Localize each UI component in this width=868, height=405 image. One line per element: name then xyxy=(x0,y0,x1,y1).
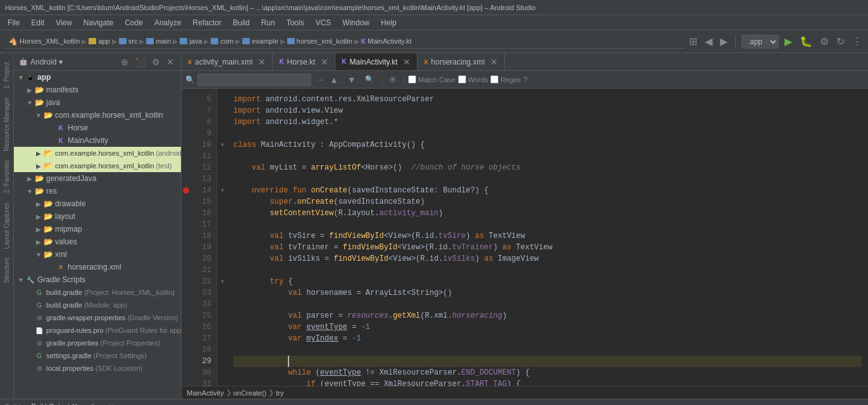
match-case-checkbox[interactable] xyxy=(408,75,416,84)
regex-checkbox[interactable] xyxy=(490,75,499,84)
tree-item-res[interactable]: ▼ 📂 res xyxy=(14,185,181,197)
menu-file[interactable]: File xyxy=(3,17,25,28)
words-option[interactable]: Words xyxy=(458,75,488,84)
debug-button[interactable]: 🐛 xyxy=(798,34,814,49)
tree-item-local-props[interactable]: ▶ ⚙ local.properties (SDK Location) xyxy=(14,362,181,375)
breadcrumb-example[interactable]: example xyxy=(252,37,278,45)
tab-mainactivity[interactable]: K MainActivity.kt ✕ xyxy=(335,53,418,71)
tab-activity-main-close[interactable]: ✕ xyxy=(258,57,266,67)
search-help-icon[interactable]: ? xyxy=(523,75,528,84)
menu-help[interactable]: Help xyxy=(376,17,402,28)
menu-code[interactable]: Code xyxy=(120,17,148,28)
menu-window[interactable]: Window xyxy=(337,17,375,28)
tree-item-gradle-props[interactable]: ▶ ⚙ gradle.properties (Project Propertie… xyxy=(14,337,181,349)
close-panel-btn[interactable]: ✕ xyxy=(164,57,176,67)
tab-horse[interactable]: K Horse.kt ✕ xyxy=(273,53,335,71)
search-next-btn[interactable]: ▼ xyxy=(344,73,359,87)
breadcrumb-file[interactable]: MainActivity.kt xyxy=(368,37,411,45)
tree-item-horseracing[interactable]: ▶ X horseracing.xml xyxy=(14,261,181,273)
tree-item-build-gradle-project[interactable]: ▶ G build.gradle (Project: Horses_XML_ko… xyxy=(14,286,181,299)
build-output-close[interactable]: ✕ xyxy=(71,402,78,406)
sidebar-resource-label[interactable]: Resource Manager xyxy=(2,94,11,155)
settings-button[interactable]: ⚙ xyxy=(818,34,831,49)
breadcrumb-src[interactable]: src xyxy=(128,37,138,45)
tree-item-mainactivity[interactable]: ▶ K MainActivity xyxy=(14,134,181,147)
tree-item-settings-gradle[interactable]: ▶ G settings.gradle (Project Settings) xyxy=(14,349,181,362)
tree-item-app[interactable]: ▼ 📱 app xyxy=(14,71,181,84)
regex-option[interactable]: Regex xyxy=(490,75,521,84)
tree-item-proguard[interactable]: ▶ 📄 proguard-rules.pro (ProGuard Rules f… xyxy=(14,324,181,337)
tab-horse-close[interactable]: ✕ xyxy=(321,57,328,67)
breadcrumb-app[interactable]: app xyxy=(98,37,109,45)
sidebar-structure-label[interactable]: Structure xyxy=(2,254,11,287)
tree-item-java[interactable]: ▼ 📂 java xyxy=(14,96,181,109)
breadcrumb-project[interactable]: Horses_XML_kotlin xyxy=(20,37,80,45)
menu-analyze[interactable]: Analyze xyxy=(149,17,187,28)
tree-item-com-example[interactable]: ▼ 📂 com.example.horses_xml_kotlin xyxy=(14,109,181,122)
code-line-24 xyxy=(233,299,862,310)
tree-item-test[interactable]: ▶ 📂 com.example.horses_xml_kotlin (test) xyxy=(14,159,181,172)
editor-breadcrumb-oncreate[interactable]: onCreate() xyxy=(233,389,267,397)
fold-14[interactable]: ▾ xyxy=(217,185,227,196)
code-content[interactable]: import android.content.res.XmlResourcePa… xyxy=(227,89,868,386)
menu-vcs[interactable]: VCS xyxy=(311,17,337,28)
words-checkbox[interactable] xyxy=(458,75,466,84)
sidebar-layout-label[interactable]: Layout Captures xyxy=(2,199,11,252)
project-dropdown[interactable]: Android ▾ xyxy=(30,58,63,66)
match-case-option[interactable]: Match Case xyxy=(408,75,456,84)
tab-activity-main[interactable]: X activity_main.xml ✕ xyxy=(182,53,273,71)
run-config-select[interactable]: app xyxy=(741,35,779,49)
tree-item-android-test[interactable]: ▶ 📂 com.example.horses_xml_kotlin (andro… xyxy=(14,147,181,159)
code-editor[interactable]: 6 7 8 9 10 11 12 13 14 15 16 17 18 xyxy=(182,89,868,386)
breadcrumb-java[interactable]: java xyxy=(189,37,202,45)
more-button[interactable]: ⋮ xyxy=(850,34,864,49)
run-button[interactable]: ▶ xyxy=(783,34,794,49)
breadcrumb-main[interactable]: main xyxy=(156,37,171,45)
tree-item-build-gradle-app[interactable]: ▶ G build.gradle (Module: app) xyxy=(14,299,181,311)
tree-item-layout[interactable]: ▶ 📂 layout xyxy=(14,210,181,223)
breadcrumb-com[interactable]: com xyxy=(220,37,233,45)
forward-button[interactable]: ▶ xyxy=(718,34,729,49)
menu-run[interactable]: Run xyxy=(256,17,280,28)
tab-mainactivity-close[interactable]: ✕ xyxy=(403,57,411,67)
search-input[interactable] xyxy=(197,73,311,86)
tree-item-generated-java[interactable]: ▶ 📂 generatedJava xyxy=(14,172,181,185)
menu-edit[interactable]: Edit xyxy=(26,17,49,28)
tree-item-xml[interactable]: ▼ 📂 xml xyxy=(14,248,181,261)
back-button[interactable]: ◀ xyxy=(703,34,714,49)
fold-29 xyxy=(217,356,227,367)
breadcrumb-pkg[interactable]: horses_xml_kotlin xyxy=(297,37,352,45)
sync-close[interactable]: ✕ xyxy=(108,402,115,406)
left-sidebar-icons: 1: Project Resource Manager 2: Favorites… xyxy=(0,53,14,399)
tree-item-values[interactable]: ▶ 📂 values xyxy=(14,235,181,248)
search-find-btn[interactable]: 🔍 xyxy=(362,73,377,85)
tree-item-horse[interactable]: ▶ K Horse xyxy=(14,122,181,134)
tree-item-drawable[interactable]: ▶ 📂 drawable xyxy=(14,197,181,210)
search-filter-btn[interactable]: ⊞ xyxy=(387,73,399,85)
sync-btn[interactable]: ⊕ xyxy=(119,57,130,67)
tree-item-manifests[interactable]: ▶ 📂 manifests xyxy=(14,84,181,96)
editor-breadcrumb-mainactivity[interactable]: MainActivity xyxy=(187,389,224,397)
tree-item-mipmap[interactable]: ▶ 📂 mipmap xyxy=(14,223,181,235)
menu-navigate[interactable]: Navigate xyxy=(78,17,118,28)
tab-horseracing[interactable]: X horseracing.xml ✕ xyxy=(418,53,505,71)
collapse-all-btn[interactable]: ⬛ xyxy=(133,57,147,67)
fold-10[interactable]: ▾ xyxy=(217,139,227,151)
fold-22[interactable]: ▾ xyxy=(217,276,227,287)
build-output-tab[interactable]: Build Output ✕ xyxy=(28,399,82,406)
sidebar-project-label[interactable]: 1: Project xyxy=(2,58,11,92)
sidebar-favorites-label[interactable]: 2: Favorites xyxy=(2,156,11,197)
menu-view[interactable]: View xyxy=(51,17,77,28)
tree-item-gradle-scripts[interactable]: ▼ 🔧 Gradle Scripts xyxy=(14,273,181,286)
tree-item-gradle-wrapper[interactable]: ▶ ⚙ gradle-wrapper.properties (Gradle Ve… xyxy=(14,311,181,324)
menu-build[interactable]: Build xyxy=(228,17,255,28)
search-prev-btn[interactable]: ▲ xyxy=(326,73,342,87)
editor-breadcrumb-try[interactable]: try xyxy=(276,389,283,397)
settings-panel-btn[interactable]: ⚙ xyxy=(150,57,162,67)
menu-tools[interactable]: Tools xyxy=(282,17,309,28)
tab-horseracing-close[interactable]: ✕ xyxy=(490,57,498,67)
sync-tab[interactable]: Sync ✕ xyxy=(87,399,118,406)
update-button[interactable]: ↻ xyxy=(834,34,846,49)
layout-button[interactable]: ⊞ xyxy=(687,34,699,49)
menu-refactor[interactable]: Refactor xyxy=(188,17,226,28)
